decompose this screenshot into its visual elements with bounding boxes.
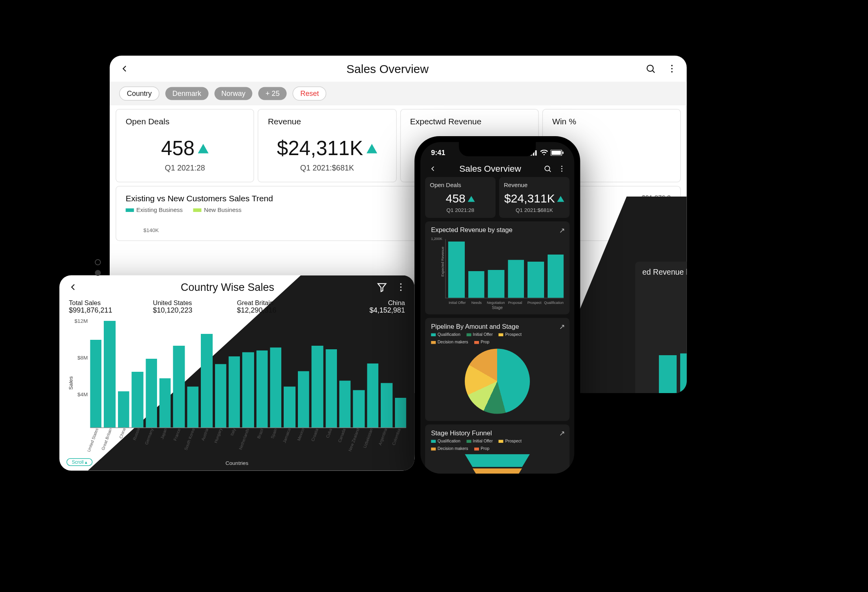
legend-item: Qualification	[431, 439, 460, 443]
bar	[528, 262, 544, 298]
bar	[90, 340, 102, 427]
bar	[173, 346, 185, 427]
expected-revenue-card[interactable]: ↗ Expected Revenue by stage 1,200K Expec…	[425, 221, 570, 315]
filter-chip-norway[interactable]: Norway	[214, 87, 253, 100]
carousel-dots[interactable]	[95, 259, 101, 276]
back-icon[interactable]	[429, 164, 437, 172]
card-title: Country Wise Sales	[79, 281, 377, 294]
bar	[298, 371, 309, 427]
legend-item: Initial Offer	[466, 332, 493, 337]
wifi-icon	[540, 150, 548, 156]
kpi-label: Revenue	[268, 117, 386, 126]
country-bar-chart: Sales $12M $8M $4M United StatesGreat Br…	[68, 318, 406, 442]
y-tick: $8M	[68, 355, 88, 361]
bar-chart	[445, 239, 564, 298]
y-tick: $140K	[144, 227, 671, 233]
bar	[270, 348, 282, 427]
legend-item: Prospect	[499, 332, 522, 337]
bar	[353, 390, 365, 427]
bar	[659, 355, 677, 393]
kpi-label: Open Deals	[126, 117, 244, 126]
kpi-open-deals[interactable]: Open Deals 458 Q1 2021:28	[116, 109, 254, 182]
x-axis-label: Stage	[431, 305, 564, 310]
bar	[146, 359, 157, 427]
y-tick: $12M	[68, 318, 88, 324]
filter-chip-denmark[interactable]: Denmark	[165, 87, 208, 100]
battery-icon	[551, 150, 564, 156]
kpi-sub: Q1 2021:28	[430, 207, 491, 213]
status-time: 9:41	[431, 149, 445, 157]
expand-icon[interactable]: ↗	[559, 429, 565, 438]
bar	[508, 260, 524, 298]
card-title: Expected Revenue by stage	[431, 226, 564, 233]
kpi-label: Revenue	[504, 182, 565, 189]
more-icon[interactable]	[396, 282, 406, 292]
expected-revenue-card-dark[interactable]: ↗ ed Revenue by stage $1,432,98K $582,25…	[635, 262, 687, 393]
back-icon[interactable]	[119, 64, 130, 74]
dot-active[interactable]	[95, 270, 101, 276]
kpi-value: 458	[446, 192, 466, 206]
search-icon[interactable]	[544, 164, 552, 172]
card-title: Stage History Funnel	[431, 429, 564, 437]
y-tick: $4M	[68, 392, 88, 397]
kpi-value: $24,311K	[277, 137, 363, 160]
bar	[488, 270, 504, 298]
legend-existing: Existing Business	[126, 207, 183, 214]
svg-point-2	[671, 65, 673, 66]
more-icon[interactable]	[558, 164, 566, 172]
bar	[118, 391, 129, 427]
bar	[187, 387, 198, 427]
svg-rect-15	[552, 151, 561, 155]
more-icon[interactable]	[667, 64, 677, 74]
bar	[256, 350, 268, 427]
bar	[312, 346, 323, 427]
card-title: ed Revenue by stage	[642, 268, 687, 277]
legend-item: Prop	[474, 446, 490, 451]
bar	[228, 356, 240, 427]
kpi-sub: Q1 2021:$681K	[504, 207, 565, 213]
x-tick: Proposal	[505, 301, 525, 304]
kpi-value: $24,311K	[504, 192, 555, 206]
pipeline-card[interactable]: ↗ Pipeline By Amount and Stage Qualifica…	[425, 318, 570, 421]
x-axis-label: Countries	[68, 460, 406, 466]
pie-chart	[465, 349, 530, 414]
bar	[395, 398, 406, 427]
bar	[680, 354, 687, 393]
expand-icon[interactable]: ↗	[559, 226, 565, 234]
bar	[339, 380, 351, 427]
x-tick: Initial Offer	[448, 301, 467, 304]
filter-icon[interactable]	[377, 282, 387, 292]
dot[interactable]	[95, 259, 101, 265]
expand-icon[interactable]: ↗	[559, 323, 565, 331]
tablet-header: Sales Overview	[110, 56, 687, 82]
bar	[104, 321, 116, 427]
x-tick: Needs	[467, 301, 486, 304]
search-icon[interactable]	[645, 64, 656, 74]
filter-chip-more[interactable]: + 25	[258, 87, 287, 100]
back-icon[interactable]	[68, 282, 79, 292]
bar	[132, 372, 143, 427]
svg-point-21	[561, 170, 563, 171]
svg-rect-16	[563, 152, 564, 154]
kpi-open-deals[interactable]: Open Deals 458 Q1 2021:28	[425, 177, 496, 218]
funnel-card[interactable]: ↗ Stage History Funnel Qualification Ini…	[425, 425, 570, 474]
trend-card[interactable]: Existing vs New Customers Sales Trend Ex…	[116, 186, 681, 241]
kpi-sub: Q1 2021:$681K	[268, 163, 386, 172]
kpi-revenue[interactable]: Revenue $24,311K Q1 2021:$681K	[499, 177, 570, 218]
kpi-value: 458	[161, 137, 195, 160]
stat-gb: Great Britain$12,290,316	[237, 299, 321, 315]
svg-rect-12	[535, 150, 537, 156]
filter-label[interactable]: Country	[119, 86, 159, 101]
bar	[468, 271, 484, 298]
legend-item: Prospect	[499, 439, 522, 443]
bar	[284, 387, 296, 427]
kpi-revenue[interactable]: Revenue $24,311K Q1 2021:$681K	[258, 109, 396, 182]
bar	[381, 383, 392, 427]
legend-item: Prop	[474, 340, 490, 344]
bar	[159, 378, 171, 427]
trend-up-icon	[557, 196, 564, 202]
scroll-chip[interactable]: Scroll ▴	[67, 458, 93, 466]
bar	[448, 242, 464, 298]
reset-button[interactable]: Reset	[293, 86, 327, 101]
page-title: Sales Overview	[443, 163, 538, 174]
